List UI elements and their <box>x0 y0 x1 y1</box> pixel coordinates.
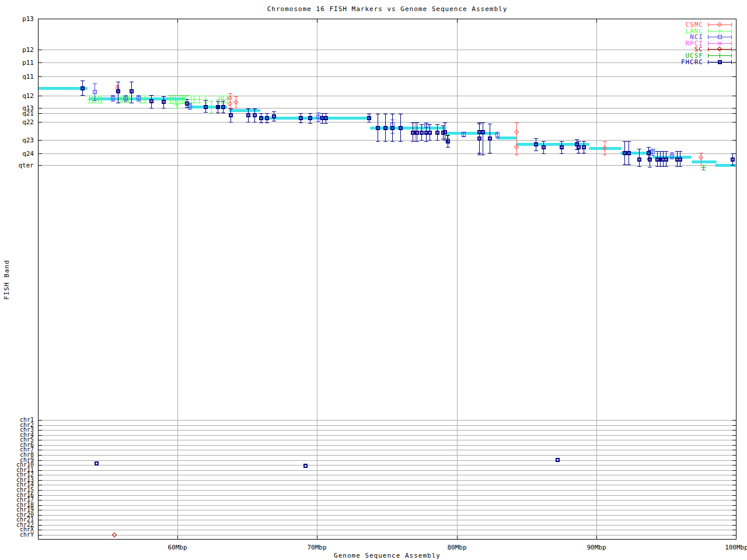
x-tick-label: 90Mbp <box>573 544 620 551</box>
x-tick-label: 100Mbp <box>713 544 747 551</box>
x-tick-label: 80Mbp <box>434 544 480 551</box>
y-row-label: q11 <box>0 73 34 80</box>
x-axis-label: Genome Sequence Assembly <box>38 552 736 559</box>
plot-frame <box>38 19 736 540</box>
y-row-label: q23 <box>0 136 34 144</box>
y-row-label: chrY <box>0 531 34 538</box>
y-row-label: q22 <box>0 118 34 126</box>
y-row-label: q24 <box>0 150 34 158</box>
y-row-label: p13 <box>0 15 34 23</box>
y-row-label: q21 <box>0 110 34 117</box>
x-tick-label: 60Mbp <box>154 544 201 551</box>
y-row-label: qter <box>0 162 34 169</box>
x-tick-label: 70Mbp <box>294 544 340 551</box>
y-row-label: p11 <box>0 59 34 66</box>
y-row-label: p12 <box>0 46 34 54</box>
chromosome-fish-chart: Chromosome 16 FISH Markers vs Genome Seq… <box>0 0 747 560</box>
y-row-label: q12 <box>0 92 34 100</box>
